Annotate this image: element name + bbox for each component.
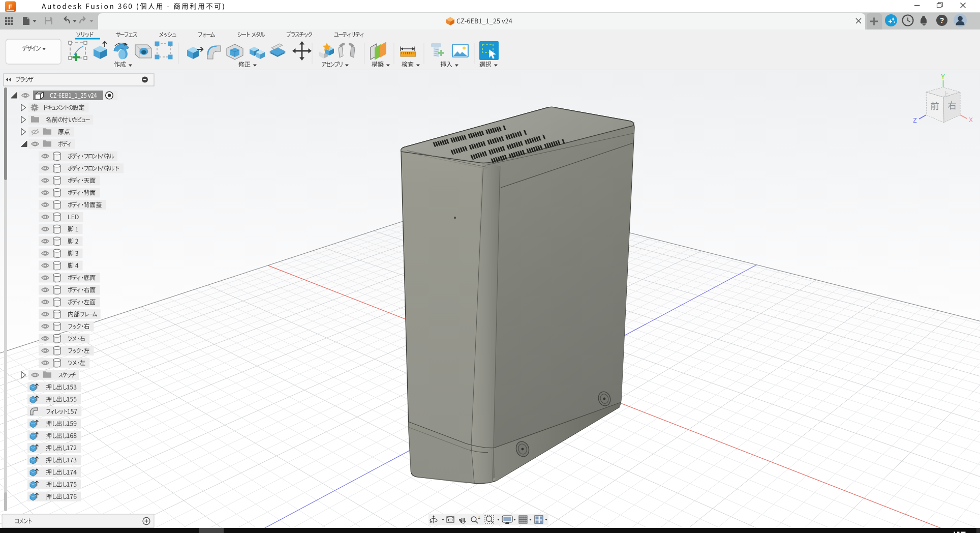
- svg-text:X: X: [969, 116, 973, 124]
- svg-text:F: F: [9, 3, 13, 11]
- svg-text:±: ±: [478, 515, 480, 520]
- svg-text:Y: Y: [941, 73, 945, 80]
- svg-text:?: ?: [940, 16, 944, 24]
- svg-text:Z: Z: [913, 117, 916, 124]
